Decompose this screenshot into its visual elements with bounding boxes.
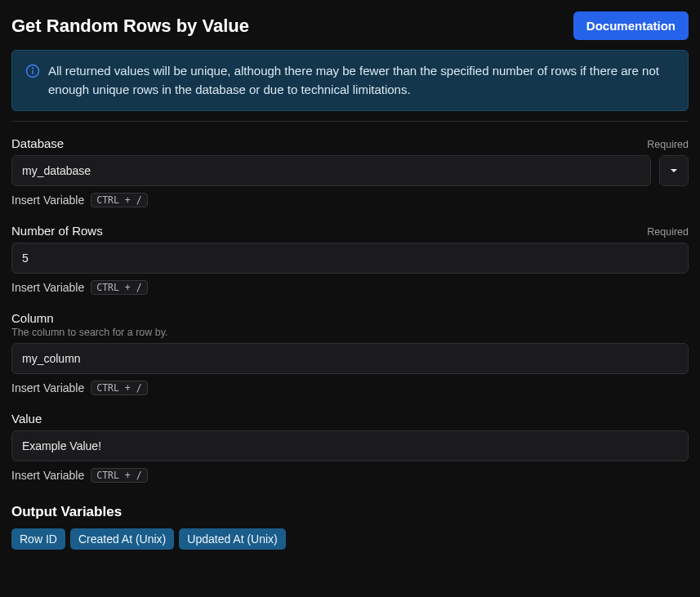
- output-pill-updated-at[interactable]: Updated At (Unix): [179, 528, 286, 550]
- divider: [11, 121, 689, 122]
- column-label: Column: [11, 311, 168, 325]
- insert-variable-hint[interactable]: Insert Variable CTRL + /: [11, 381, 689, 395]
- info-icon: [25, 64, 40, 78]
- required-badge: Required: [647, 139, 689, 150]
- rows-label: Number of Rows: [11, 224, 103, 238]
- output-pill-row: Row ID Created At (Unix) Updated At (Uni…: [11, 528, 689, 550]
- documentation-button[interactable]: Documentation: [573, 11, 689, 40]
- insert-variable-hint[interactable]: Insert Variable CTRL + /: [11, 193, 689, 207]
- value-input[interactable]: [11, 430, 689, 461]
- field-column: Column The column to search for a row by…: [11, 311, 689, 395]
- caret-down-icon: [670, 164, 678, 177]
- field-rows: Number of Rows Required Insert Variable …: [11, 224, 689, 295]
- page-title: Get Random Rows by Value: [11, 16, 249, 37]
- database-input[interactable]: [11, 155, 651, 186]
- shortcut-badge: CTRL + /: [91, 381, 147, 395]
- column-input[interactable]: [11, 343, 689, 374]
- field-database: Database Required Insert Variable CTRL +…: [11, 136, 689, 207]
- output-pill-created-at[interactable]: Created At (Unix): [70, 528, 174, 550]
- database-label: Database: [11, 136, 64, 150]
- insert-variable-label: Insert Variable: [11, 469, 84, 482]
- column-description: The column to search for a row by.: [11, 327, 168, 338]
- shortcut-badge: CTRL + /: [91, 193, 147, 207]
- header: Get Random Rows by Value Documentation: [11, 11, 689, 40]
- insert-variable-hint[interactable]: Insert Variable CTRL + /: [11, 468, 689, 483]
- info-banner-text: All returned values will be unique, alth…: [48, 62, 675, 99]
- shortcut-badge: CTRL + /: [91, 468, 147, 483]
- output-pill-row-id[interactable]: Row ID: [11, 528, 65, 550]
- required-badge: Required: [647, 226, 689, 238]
- insert-variable-label: Insert Variable: [11, 381, 84, 394]
- field-value: Value Insert Variable CTRL + /: [11, 412, 689, 483]
- insert-variable-hint[interactable]: Insert Variable CTRL + /: [11, 280, 689, 295]
- rows-input[interactable]: [11, 243, 689, 274]
- output-variables-title: Output Variables: [11, 504, 689, 520]
- info-banner: All returned values will be unique, alth…: [11, 50, 689, 111]
- value-label: Value: [11, 412, 42, 425]
- insert-variable-label: Insert Variable: [11, 281, 84, 294]
- shortcut-badge: CTRL + /: [91, 280, 147, 295]
- insert-variable-label: Insert Variable: [11, 194, 84, 207]
- database-dropdown-button[interactable]: [659, 155, 689, 186]
- output-variables-section: Output Variables Row ID Created At (Unix…: [11, 504, 689, 550]
- svg-point-2: [33, 68, 33, 69]
